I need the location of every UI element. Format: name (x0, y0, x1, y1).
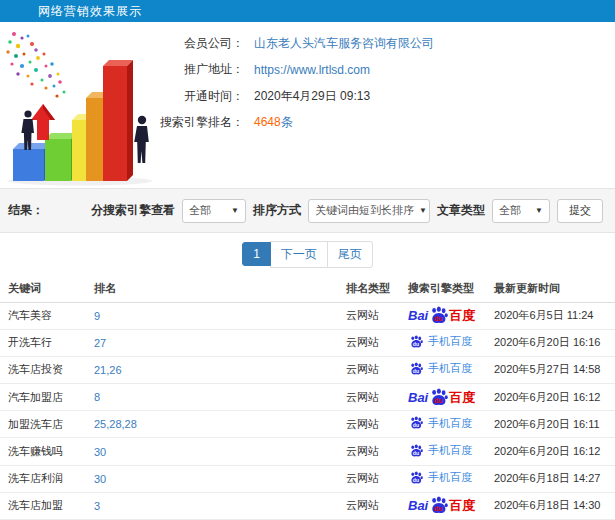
businessman-figure-right (134, 116, 149, 163)
baidu-mobile-logo: du手机百度 (408, 471, 472, 485)
engine-cell: Baidu百度 (404, 384, 490, 411)
chevron-down-icon: ▼ (535, 206, 543, 215)
svg-text:du: du (413, 368, 419, 374)
updated-cell: 2020年6月20日 16:12 (490, 384, 615, 411)
engine-filter-label: 分搜索引擎查看 (91, 202, 175, 219)
filter-controls: 分搜索引擎查看 全部 ▼ 排序方式 关键词由短到长排序 ▼ 文章类型 全部 ▼ … (91, 199, 603, 223)
engine-cell: Baidu百度 (404, 492, 490, 519)
rank-type-cell: 云网站 (342, 492, 404, 519)
rank-cell: 9 (90, 302, 342, 329)
rank-link[interactable]: 8 (94, 391, 100, 403)
engine-select-value: 全部 (189, 203, 211, 218)
chevron-down-icon: ▼ (419, 206, 427, 215)
sort-select-value: 关键词由短到长排序 (315, 203, 414, 218)
table-row: 洗车赚钱吗30云网站du手机百度2020年6月20日 16:12 (0, 438, 615, 465)
rank-type-cell: 云网站 (342, 302, 404, 329)
col-updated: 最新更新时间 (490, 275, 615, 302)
svg-text:du: du (413, 341, 419, 347)
rank-link[interactable]: 3 (94, 500, 100, 512)
baidu-paw-icon: du (429, 388, 448, 407)
sort-filter-label: 排序方式 (253, 202, 301, 219)
keyword-cell: 洗车店加盟 (0, 492, 90, 519)
open-time-row: 开通时间： 2020年4月29日 09:13 (158, 83, 615, 110)
sort-select[interactable]: 关键词由短到长排序 ▼ (308, 199, 430, 223)
table-header-row: 关键词 排名 排名类型 搜索引擎类型 最新更新时间 (0, 275, 615, 302)
pagination: 1 下一页 尾页 (0, 233, 615, 275)
keyword-cell: 洗车店投资 (0, 356, 90, 383)
baidu-mobile-logo: du手机百度 (408, 335, 472, 349)
col-rank: 排名 (90, 275, 342, 302)
engine-cell: du手机百度 (404, 329, 490, 356)
baidu-mobile-logo: du手机百度 (408, 362, 472, 376)
baidu-mobile-logo: du手机百度 (408, 444, 472, 458)
rank-link[interactable]: 9 (94, 310, 100, 322)
engine-select[interactable]: 全部 ▼ (182, 199, 246, 223)
rank-type-cell: 云网站 (342, 465, 404, 492)
baidu-paw-icon: du (429, 496, 448, 515)
rank-link[interactable]: 30 (94, 446, 106, 458)
rank-count: 4648 (254, 115, 281, 129)
rank-unit: 条 (281, 115, 293, 129)
company-link[interactable]: 山东老人头汽车服务咨询有限公司 (254, 35, 434, 52)
company-row: 会员公司： 山东老人头汽车服务咨询有限公司 (158, 30, 615, 57)
filter-bar: 结果： 分搜索引擎查看 全部 ▼ 排序方式 关键词由短到长排序 ▼ 文章类型 全… (0, 188, 615, 233)
page-title: 网络营销效果展示 (38, 3, 142, 20)
svg-text:du: du (434, 506, 442, 513)
baidu-paw-icon: du (409, 416, 423, 430)
rank-link[interactable]: 21,26 (94, 364, 122, 376)
promo-url-row: 推广地址： https://www.lrtlsd.com (158, 57, 615, 84)
table-row: 洗车店利润30云网站du手机百度2020年6月18日 14:27 (0, 465, 615, 492)
article-type-label: 文章类型 (437, 202, 485, 219)
result-label: 结果： (8, 202, 44, 219)
updated-cell: 2020年6月18日 14:30 (490, 492, 615, 519)
baidu-paw-icon: du (429, 306, 448, 325)
app-header: 网络营销效果展示 (0, 0, 615, 22)
col-keyword: 关键词 (0, 275, 90, 302)
updated-cell: 2020年6月20日 16:11 (490, 411, 615, 438)
col-engine-type: 搜索引擎类型 (404, 275, 490, 302)
engine-cell: du手机百度 (404, 438, 490, 465)
rank-link[interactable]: 30 (94, 473, 106, 485)
results-table-body: 汽车美容9云网站Baidu百度2020年6月5日 11:24开洗车行27云网站d… (0, 302, 615, 520)
page-1-button[interactable]: 1 (242, 242, 271, 266)
keyword-cell: 汽车加盟店 (0, 384, 90, 411)
updated-cell: 2020年6月5日 11:24 (490, 302, 615, 329)
rank-link[interactable]: 27 (94, 337, 106, 349)
rank-cell: 27 (90, 329, 342, 356)
table-row: 加盟洗车店25,28,28云网站du手机百度2020年6月20日 16:11 (0, 411, 615, 438)
engine-cell: Baidu百度 (404, 302, 490, 329)
svg-text:du: du (413, 450, 419, 456)
table-row: 洗车店加盟3云网站Baidu百度2020年6月18日 14:30 (0, 492, 615, 519)
bar-chart-3d-illustration (2, 24, 178, 186)
open-time-value: 2020年4月29日 09:13 (254, 88, 370, 105)
rank-link[interactable]: 25,28,28 (94, 418, 137, 430)
engine-rank-row: 搜索引擎排名： 4648条 (158, 110, 615, 137)
rank-type-cell: 云网站 (342, 438, 404, 465)
updated-cell: 2020年6月20日 16:12 (490, 438, 615, 465)
engine-cell: du手机百度 (404, 356, 490, 383)
keyword-cell: 洗车赚钱吗 (0, 438, 90, 465)
rank-type-cell: 云网站 (342, 356, 404, 383)
rank-type-cell: 云网站 (342, 329, 404, 356)
svg-text:du: du (413, 423, 419, 429)
next-page-button[interactable]: 下一页 (270, 241, 328, 268)
table-row: 开洗车行27云网站du手机百度2020年6月20日 16:16 (0, 329, 615, 356)
baidu-paw-icon: du (409, 362, 423, 376)
table-row: 汽车加盟店8云网站Baidu百度2020年6月20日 16:12 (0, 384, 615, 411)
keyword-cell: 洗车店利润 (0, 465, 90, 492)
rank-cell: 3 (90, 492, 342, 519)
bar-blue (13, 143, 50, 181)
baidu-paw-icon: du (409, 335, 423, 349)
article-type-select-value: 全部 (499, 203, 521, 218)
baidu-paw-icon: du (409, 444, 423, 458)
svg-text:du: du (434, 397, 442, 404)
submit-button[interactable]: 提交 (557, 199, 603, 223)
engine-rank-value: 4648条 (254, 114, 293, 131)
promo-url-link[interactable]: https://www.lrtlsd.com (254, 63, 370, 77)
keyword-cell: 开洗车行 (0, 329, 90, 356)
updated-cell: 2020年6月20日 16:16 (490, 329, 615, 356)
rank-cell: 30 (90, 438, 342, 465)
article-type-select[interactable]: 全部 ▼ (492, 199, 550, 223)
col-rank-type: 排名类型 (342, 275, 404, 302)
last-page-button[interactable]: 尾页 (327, 241, 373, 268)
